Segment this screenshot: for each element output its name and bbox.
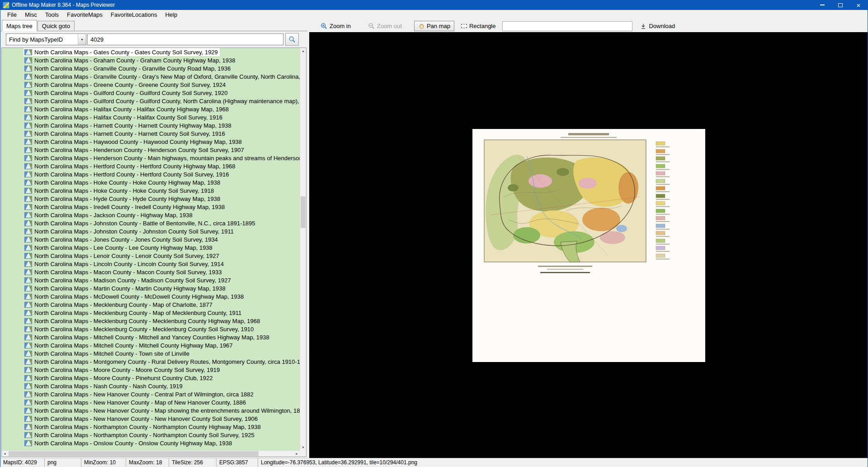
tree-row[interactable]: North Carolina Maps - Mecklenburg County… [2,325,300,333]
menu-item[interactable]: File [3,10,21,19]
horizontal-scroll-thumb[interactable] [9,451,259,456]
tree-row[interactable]: North Carolina Maps - Hertford County - … [2,170,300,178]
tree-row[interactable]: North Carolina Maps - Moore County - Pin… [2,374,300,382]
menu-item[interactable]: Help [161,10,181,19]
tree-row[interactable]: North Carolina Maps - Mecklenburg County… [2,309,300,317]
tree-row[interactable]: North Carolina Maps - Harnett County - H… [2,121,300,129]
tree-row[interactable]: North Carolina Maps - Halifax County - H… [2,113,300,121]
tree-row-label: North Carolina Maps - Guilford County - … [34,90,228,96]
tree-row[interactable]: North Carolina Maps - Macon County - Mac… [2,268,300,276]
tree-row[interactable]: North Carolina Maps - Hertford County - … [2,162,300,170]
tree-row-inner: North Carolina Maps - Nash County - Nash… [24,382,184,390]
tree-row[interactable]: North Carolina Maps - Gates County - Gat… [2,48,300,56]
map-item-icon [24,237,32,243]
map-item-icon [24,57,32,63]
tree-row[interactable]: North Carolina Maps - Johnston County - … [2,219,300,227]
tree-row[interactable]: North Carolina Maps - Graham County - Gr… [2,56,300,64]
zoom-in-button[interactable]: Zoom in [316,21,355,31]
tree-row[interactable]: North Carolina Maps - New Hanover County… [2,406,300,415]
tree-row[interactable]: North Carolina Maps - New Hanover County… [2,398,300,406]
tree-row[interactable]: North Carolina Maps - Harnett County - H… [2,129,300,138]
tree-row[interactable]: North Carolina Maps - Montgomery County … [2,357,300,366]
zoom-out-button[interactable]: Zoom out [364,21,406,31]
search-type-dropdown[interactable]: Find by MapsTypeID ▼ [6,33,86,45]
tree-row-inner: North Carolina Maps - Jones County - Jon… [24,235,220,243]
tree-row[interactable]: North Carolina Maps - Jackson County - H… [2,211,300,219]
map-item-icon [24,139,32,145]
vertical-scrollbar[interactable]: ▲ ▼ [300,48,306,450]
tree-row[interactable]: North Carolina Maps - Granville County -… [2,72,300,81]
tree-row[interactable]: North Carolina Maps - Mitchell County - … [2,333,300,341]
tab-maps-tree[interactable]: Maps tree [2,20,37,31]
close-button[interactable]: × [849,0,868,10]
menu-item[interactable]: FavoriteMaps [63,10,107,19]
tree-row[interactable]: North Carolina Maps - New Hanover County… [2,390,300,398]
tree-row[interactable]: North Carolina Maps - Guilford County - … [2,97,300,105]
tree-row-inner: North Carolina Maps - Mecklenburg County… [24,325,255,333]
menu-item[interactable]: FavoriteLocations [107,10,161,19]
rectangle-button[interactable]: Rectangle [457,21,500,31]
toolbar-textbox[interactable] [502,21,632,31]
tree-row[interactable]: North Carolina Maps - McDowell County - … [2,292,300,300]
tree-row[interactable]: North Carolina Maps - New Hanover County… [2,415,300,423]
tree-row[interactable]: North Carolina Maps - Madison County - M… [2,276,300,284]
tree-row[interactable]: North Carolina Maps - Greene County - Gr… [2,81,300,89]
tree-row[interactable]: North Carolina Maps - Henderson County -… [2,146,300,154]
tree-row[interactable]: North Carolina Maps - Guilford County - … [2,89,300,97]
tree-container: North Carolina Maps - Gates County - Gat… [0,48,307,458]
download-button[interactable]: Download [636,21,679,31]
pan-map-button[interactable]: Pan map [414,21,454,31]
tree-row[interactable]: North Carolina Maps - Granville County -… [2,64,300,72]
tree-row[interactable]: North Carolina Maps - Hyde County - Hyde… [2,195,300,203]
minimize-button[interactable] [813,0,831,10]
tree-row[interactable]: North Carolina Maps - Lincoln County - L… [2,260,300,268]
horizontal-scrollbar[interactable]: ◄ ► [2,450,300,457]
horizontal-scroll-track[interactable] [8,451,294,457]
tree-row[interactable]: North Carolina Maps - Nash County - Nash… [2,382,300,390]
scroll-right-icon[interactable]: ► [294,451,300,457]
tree-row[interactable]: North Carolina Maps - Mitchell County - … [2,341,300,349]
status-position: Longitude=-76.376953, Latitude=36.292991… [258,458,868,467]
menu-item[interactable]: Misc [21,10,41,19]
vertical-scroll-thumb[interactable] [301,196,306,228]
tree-row[interactable]: North Carolina Maps - Northampton County… [2,431,300,439]
tree-row[interactable]: North Carolina Maps - Lenoir County - Le… [2,252,300,260]
maximize-button[interactable] [831,0,849,10]
statusbar: MapsID: 4029 png MinZoom: 10 MaxZoom: 18… [0,458,868,467]
search-input[interactable] [87,33,283,45]
tree-row[interactable]: North Carolina Maps - Halifax County - H… [2,105,300,113]
tab-quick-goto[interactable]: Quick goto [38,21,75,31]
tree-row[interactable]: North Carolina Maps - Hoke County - Hoke… [2,186,300,195]
tree-row[interactable]: North Carolina Maps - Henderson County -… [2,154,300,162]
tree-row[interactable]: North Carolina Maps - Iredell County - I… [2,203,300,211]
menu-item[interactable]: Tools [41,10,63,19]
tree-row-label: North Carolina Maps - Martin County - Ma… [34,285,226,292]
tree-row[interactable]: North Carolina Maps - Mecklenburg County… [2,300,300,309]
tree-row[interactable]: North Carolina Maps - Onslow County - On… [2,439,300,447]
search-button[interactable] [285,33,299,46]
tree-row-label: North Carolina Maps - Hyde County - Hyde… [34,195,220,202]
tree-row-inner: North Carolina Maps - Haywood County - H… [24,138,244,146]
tree-row[interactable]: North Carolina Maps - Johnston County - … [2,227,300,235]
map-area[interactable] [309,32,868,458]
tree-row-label: North Carolina Maps - Onslow County - On… [34,440,232,447]
tree-row[interactable]: North Carolina Maps - Hoke County - Hoke… [2,178,300,186]
tree-row[interactable]: North Carolina Maps - Northampton County… [2,423,300,431]
tree-row-label: North Carolina Maps - Henderson County -… [34,147,244,153]
scroll-up-icon[interactable]: ▲ [300,48,306,54]
tree-row[interactable]: North Carolina Maps - Mecklenburg County… [2,317,300,325]
scroll-left-icon[interactable]: ◄ [2,451,8,457]
tree-row[interactable]: North Carolina Maps - Lee County - Lee C… [2,243,300,252]
tree-row[interactable]: North Carolina Maps - Haywood County - H… [2,138,300,146]
dropdown-arrow-icon[interactable]: ▼ [78,34,86,45]
tree-row-inner: North Carolina Maps - Harnett County - H… [24,121,233,129]
tree-row[interactable]: North Carolina Maps - Jones County - Jon… [2,235,300,243]
tree-row[interactable]: North Carolina Maps - Martin County - Ma… [2,284,300,292]
scroll-down-icon[interactable]: ▼ [300,444,306,450]
tree-row[interactable]: North Carolina Maps - Mitchell County - … [2,349,300,357]
map-item-icon [24,432,32,438]
tree-row[interactable]: North Carolina Maps - Moore County - Moo… [2,366,300,374]
vertical-scroll-track[interactable] [300,54,306,444]
main-content: Maps tree Quick goto Find by MapsTypeID … [0,20,868,458]
map-item-icon [24,131,32,137]
